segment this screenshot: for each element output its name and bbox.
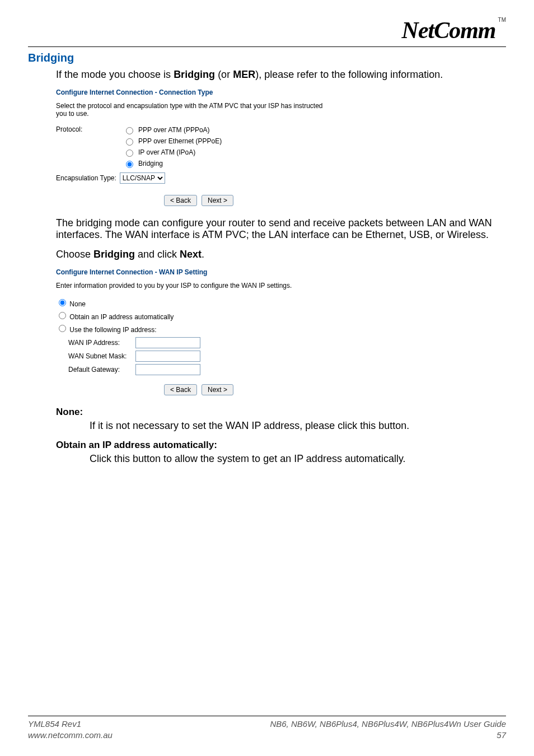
radio-bridging-input[interactable] xyxy=(126,161,133,168)
radio-bridging[interactable]: Bridging xyxy=(123,159,222,168)
def-none-body: If it is not necessary to set the WAN IP… xyxy=(28,420,506,432)
def-none-head: None: xyxy=(28,407,506,418)
intro-mid: (or xyxy=(215,69,233,80)
protocol-row: Protocol: PPP over ATM (PPPoA) PPP over … xyxy=(56,125,506,168)
next-button[interactable]: Next > xyxy=(202,195,233,206)
radio-pppoa-input[interactable] xyxy=(126,127,133,134)
choose-mid: and click xyxy=(135,249,180,260)
radio-none-label: None xyxy=(69,300,86,308)
wan-subnet-label: WAN Subnet Mask: xyxy=(68,352,135,360)
radio-pppoe-input[interactable] xyxy=(126,138,133,146)
footer-revision: YML854 Rev1 xyxy=(28,718,113,730)
wan-ip-input[interactable] xyxy=(135,337,200,348)
radio-ipoa-label: IP over ATM (IPoA) xyxy=(138,148,195,156)
radio-pppoe[interactable]: PPP over Ethernet (PPPoE) xyxy=(123,137,222,146)
radio-pppoa[interactable]: PPP over ATM (PPPoA) xyxy=(123,125,222,134)
encapsulation-select[interactable]: LLC/SNAP xyxy=(120,172,165,184)
radio-ipoa[interactable]: IP over ATM (IPoA) xyxy=(123,148,222,157)
section-heading: Bridging xyxy=(28,52,506,64)
screenshot2-buttons: < Back Next > xyxy=(56,384,341,395)
back-button[interactable]: < Back xyxy=(164,195,197,206)
screenshot1-buttons: < Back Next > xyxy=(56,195,341,206)
wan-ip-label: WAN IP Address: xyxy=(68,339,135,347)
radio-usefollowing-label: Use the following IP address: xyxy=(69,326,156,334)
intro-strong-mer: MER xyxy=(233,69,255,80)
intro-suffix: ), please refer to the following informa… xyxy=(255,69,443,80)
screenshot2-title: Configure Internet Connection - WAN IP S… xyxy=(56,268,506,276)
def-obtain-body: Click this button to allow the system to… xyxy=(28,453,506,465)
radio-bridging-label: Bridging xyxy=(138,160,163,167)
wan-subnet-row: WAN Subnet Mask: xyxy=(68,351,506,362)
radio-none[interactable]: None xyxy=(56,297,506,308)
radio-usefollowing[interactable]: Use the following IP address: xyxy=(56,323,506,334)
screenshot2-desc: Enter information provided to you by you… xyxy=(56,282,506,290)
screenshot-connection-type: Configure Internet Connection - Connecti… xyxy=(56,88,506,206)
protocol-label: Protocol: xyxy=(56,125,123,168)
radio-obtain[interactable]: Obtain an IP address automatically xyxy=(56,310,506,321)
footer-page-number: 57 xyxy=(270,730,506,741)
footer-guide: User Guide xyxy=(461,719,506,729)
back-button-2[interactable]: < Back xyxy=(164,384,197,395)
wan-subnet-input[interactable] xyxy=(135,351,200,362)
footer-products: NB6, NB6W, NB6Plus4, NB6Plus4W, NB6Plus4… xyxy=(270,719,461,729)
footer-rule xyxy=(28,716,506,716)
intro-strong-bridging: Bridging xyxy=(174,69,215,80)
logo-tm: TM xyxy=(498,17,506,23)
wan-gateway-input[interactable] xyxy=(135,364,200,375)
choose-prefix: Choose xyxy=(56,249,93,260)
brand-logo: NetCommTM xyxy=(28,17,506,44)
bridging-description: The bridging mode can configure your rou… xyxy=(28,217,506,241)
header-rule xyxy=(28,46,506,47)
radio-obtain-label: Obtain an IP address automatically xyxy=(69,313,174,321)
wan-gateway-label: Default Gateway: xyxy=(68,366,135,374)
choose-suffix: . xyxy=(202,249,204,260)
intro-paragraph: If the mode you choose is Bridging (or M… xyxy=(28,69,506,81)
page-footer: YML854 Rev1 www.netcomm.com.au NB6, NB6W… xyxy=(28,716,506,740)
footer-url: www.netcomm.com.au xyxy=(28,730,113,741)
radio-pppoe-label: PPP over Ethernet (PPPoE) xyxy=(138,137,222,145)
intro-prefix: If the mode you choose is xyxy=(56,69,174,80)
radio-obtain-input[interactable] xyxy=(59,312,66,319)
radio-none-input[interactable] xyxy=(59,299,66,306)
radio-usefollowing-input[interactable] xyxy=(59,325,66,332)
def-obtain-head: Obtain an IP address automatically: xyxy=(28,440,506,451)
screenshot1-desc: Select the protocol and encapsulation ty… xyxy=(56,102,325,118)
radio-pppoa-label: PPP over ATM (PPPoA) xyxy=(138,126,210,134)
screenshot-wan-ip: Configure Internet Connection - WAN IP S… xyxy=(56,268,506,395)
screenshot1-title: Configure Internet Connection - Connecti… xyxy=(56,88,506,96)
wan-gateway-row: Default Gateway: xyxy=(68,364,506,375)
next-button-2[interactable]: Next > xyxy=(202,384,233,395)
encapsulation-row: Encapsulation Type: LLC/SNAP xyxy=(56,172,506,184)
choose-line: Choose Bridging and click Next. xyxy=(28,249,506,260)
radio-ipoa-input[interactable] xyxy=(126,150,133,157)
encapsulation-label: Encapsulation Type: xyxy=(56,174,116,182)
wan-ip-row: WAN IP Address: xyxy=(68,337,506,348)
choose-strong-bridging: Bridging xyxy=(93,249,135,260)
choose-strong-next: Next xyxy=(180,249,202,260)
logo-text: NetComm xyxy=(402,17,496,43)
